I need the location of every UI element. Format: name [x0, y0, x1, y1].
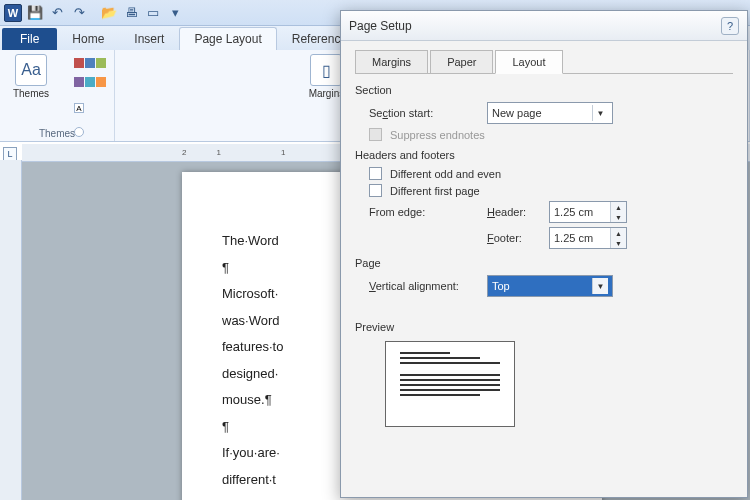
- chevron-down-icon: ▼: [592, 105, 608, 121]
- section-heading: Section: [355, 84, 733, 96]
- footer-value: 1.25 cm: [550, 232, 610, 244]
- tab-home[interactable]: Home: [57, 27, 119, 50]
- header-spinner[interactable]: 1.25 cm ▲▼: [549, 201, 627, 223]
- spin-up-icon[interactable]: ▲: [611, 228, 626, 238]
- different-odd-even-label: Different odd and even: [390, 168, 501, 180]
- header-value: 1.25 cm: [550, 206, 610, 218]
- qat-dropdown-icon[interactable]: ▾: [166, 4, 184, 22]
- chevron-down-icon: ▼: [592, 278, 608, 294]
- redo-icon[interactable]: ↷: [70, 4, 88, 22]
- header-label: Header:: [487, 206, 541, 218]
- group-title-themes: Themes: [39, 126, 75, 139]
- footer-label: Footer:: [487, 232, 541, 244]
- vertical-ruler[interactable]: [0, 160, 22, 500]
- ruler-mark: 2: [182, 148, 186, 157]
- vertical-alignment-select[interactable]: Top ▼: [487, 275, 613, 297]
- headers-footers-heading: Headers and footers: [355, 149, 733, 161]
- dialog-tab-margins[interactable]: Margins: [355, 50, 428, 74]
- tab-file[interactable]: File: [2, 28, 57, 50]
- from-edge-label: From edge:: [369, 206, 479, 218]
- group-themes: Aa Themes A Themes: [0, 50, 115, 141]
- vertical-alignment-value: Top: [492, 280, 510, 292]
- tab-selector[interactable]: L: [3, 147, 17, 161]
- dialog-title: Page Setup: [349, 19, 412, 33]
- different-odd-even-checkbox[interactable]: [369, 167, 382, 180]
- theme-effects-button[interactable]: [74, 127, 106, 137]
- footer-spinner[interactable]: 1.25 cm ▲▼: [549, 227, 627, 249]
- preview-thumbnail: [385, 341, 515, 427]
- dialog-tabs: Margins Paper Layout: [355, 49, 733, 74]
- section-start-value: New page: [492, 107, 542, 119]
- suppress-endnotes-label: Suppress endnotes: [390, 129, 485, 141]
- different-first-page-checkbox[interactable]: [369, 184, 382, 197]
- save-icon[interactable]: 💾: [26, 4, 44, 22]
- section-start-label: Section start:: [369, 107, 479, 119]
- margins-icon: ▯: [310, 54, 342, 86]
- open-icon[interactable]: 📂: [100, 4, 118, 22]
- help-icon[interactable]: ?: [721, 17, 739, 35]
- themes-label: Themes: [13, 88, 49, 99]
- dialog-tab-paper[interactable]: Paper: [430, 50, 493, 74]
- themes-icon: Aa: [15, 54, 47, 86]
- section-start-select[interactable]: New page ▼: [487, 102, 613, 124]
- word-app-icon: W: [4, 4, 22, 22]
- dialog-tab-layout[interactable]: Layout: [495, 50, 562, 74]
- suppress-endnotes-checkbox: [369, 128, 382, 141]
- dialog-titlebar[interactable]: Page Setup ?: [341, 11, 747, 41]
- spin-down-icon[interactable]: ▼: [611, 212, 626, 222]
- themes-button[interactable]: Aa Themes: [8, 54, 54, 99]
- print-icon[interactable]: 🖶: [122, 4, 140, 22]
- ruler-mark: 1: [281, 148, 285, 157]
- undo-icon[interactable]: ↶: [48, 4, 66, 22]
- preview-heading: Preview: [355, 321, 733, 333]
- spin-up-icon[interactable]: ▲: [611, 202, 626, 212]
- page-setup-dialog: Page Setup ? Margins Paper Layout Sectio…: [340, 10, 748, 498]
- different-first-page-label: Different first page: [390, 185, 480, 197]
- new-doc-icon[interactable]: ▭: [144, 4, 162, 22]
- margins-label: Margins: [309, 88, 345, 99]
- tab-page-layout[interactable]: Page Layout: [179, 27, 276, 50]
- vertical-alignment-label: Vertical alignment:: [369, 280, 479, 292]
- theme-fonts-button[interactable]: A: [74, 103, 106, 113]
- spin-down-icon[interactable]: ▼: [611, 238, 626, 248]
- ruler-mark: 1: [216, 148, 220, 157]
- page-heading: Page: [355, 257, 733, 269]
- tab-insert[interactable]: Insert: [119, 27, 179, 50]
